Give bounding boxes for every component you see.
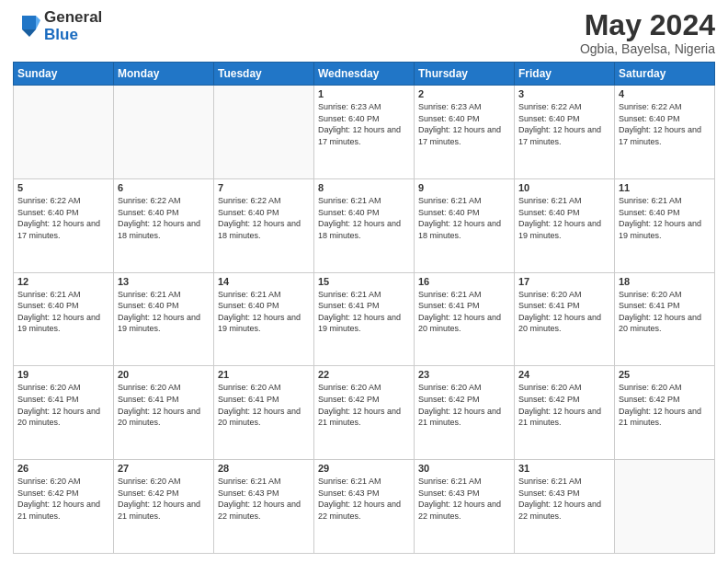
day-info: Sunrise: 6:21 AM Sunset: 6:40 PM Dayligh… <box>518 195 610 241</box>
day-info: Sunrise: 6:21 AM Sunset: 6:40 PM Dayligh… <box>418 195 510 241</box>
calendar-week-4: 26Sunrise: 6:20 AM Sunset: 6:42 PM Dayli… <box>14 460 715 554</box>
calendar-week-3: 19Sunrise: 6:20 AM Sunset: 6:41 PM Dayli… <box>14 366 715 460</box>
day-number: 24 <box>518 369 610 380</box>
logo-icon <box>13 11 40 39</box>
title-block: May 2024 Ogbia, Bayelsa, Nigeria <box>580 9 715 56</box>
day-info: Sunrise: 6:20 AM Sunset: 6:42 PM Dayligh… <box>418 382 510 428</box>
calendar-cell: 9Sunrise: 6:21 AM Sunset: 6:40 PM Daylig… <box>415 178 515 272</box>
day-number: 26 <box>17 463 109 474</box>
day-number: 30 <box>418 463 510 474</box>
weekday-header-sunday: Sunday <box>14 63 114 86</box>
day-info: Sunrise: 6:20 AM Sunset: 6:42 PM Dayligh… <box>518 382 610 428</box>
calendar-cell: 8Sunrise: 6:21 AM Sunset: 6:40 PM Daylig… <box>314 178 415 272</box>
calendar-cell: 15Sunrise: 6:21 AM Sunset: 6:41 PM Dayli… <box>314 272 415 366</box>
day-info: Sunrise: 6:21 AM Sunset: 6:43 PM Dayligh… <box>418 476 510 522</box>
day-number: 6 <box>118 182 210 193</box>
day-number: 29 <box>318 463 410 474</box>
day-number: 25 <box>619 369 711 380</box>
day-number: 31 <box>518 463 610 474</box>
calendar-cell: 29Sunrise: 6:21 AM Sunset: 6:43 PM Dayli… <box>314 460 415 554</box>
day-info: Sunrise: 6:21 AM Sunset: 6:41 PM Dayligh… <box>418 289 510 335</box>
day-number: 2 <box>418 88 510 99</box>
calendar-week-1: 5Sunrise: 6:22 AM Sunset: 6:40 PM Daylig… <box>14 178 715 272</box>
day-number: 14 <box>218 276 310 287</box>
day-info: Sunrise: 6:20 AM Sunset: 6:42 PM Dayligh… <box>318 382 410 428</box>
logo-general: General <box>44 9 102 27</box>
day-number: 18 <box>619 276 711 287</box>
day-number: 23 <box>418 369 510 380</box>
day-number: 8 <box>318 182 410 193</box>
calendar-cell <box>615 460 715 554</box>
day-info: Sunrise: 6:21 AM Sunset: 6:40 PM Dayligh… <box>318 195 410 241</box>
day-number: 7 <box>218 182 310 193</box>
calendar-cell: 16Sunrise: 6:21 AM Sunset: 6:41 PM Dayli… <box>415 272 515 366</box>
day-info: Sunrise: 6:22 AM Sunset: 6:40 PM Dayligh… <box>619 101 711 147</box>
weekday-header-saturday: Saturday <box>615 63 715 86</box>
day-number: 1 <box>318 88 410 99</box>
calendar-cell: 11Sunrise: 6:21 AM Sunset: 6:40 PM Dayli… <box>615 178 715 272</box>
day-info: Sunrise: 6:20 AM Sunset: 6:41 PM Dayligh… <box>518 289 610 335</box>
calendar-cell: 20Sunrise: 6:20 AM Sunset: 6:41 PM Dayli… <box>114 366 214 460</box>
svg-marker-1 <box>22 29 36 37</box>
day-info: Sunrise: 6:21 AM Sunset: 6:43 PM Dayligh… <box>318 476 410 522</box>
day-number: 16 <box>418 276 510 287</box>
day-number: 22 <box>318 369 410 380</box>
calendar-cell: 13Sunrise: 6:21 AM Sunset: 6:40 PM Dayli… <box>114 272 214 366</box>
calendar-cell: 4Sunrise: 6:22 AM Sunset: 6:40 PM Daylig… <box>615 86 715 179</box>
day-info: Sunrise: 6:22 AM Sunset: 6:40 PM Dayligh… <box>118 195 210 241</box>
day-info: Sunrise: 6:21 AM Sunset: 6:40 PM Dayligh… <box>118 289 210 335</box>
weekday-header-tuesday: Tuesday <box>214 63 314 86</box>
calendar-cell: 17Sunrise: 6:20 AM Sunset: 6:41 PM Dayli… <box>515 272 615 366</box>
calendar-cell: 3Sunrise: 6:22 AM Sunset: 6:40 PM Daylig… <box>515 86 615 179</box>
day-number: 28 <box>218 463 310 474</box>
calendar-cell: 25Sunrise: 6:20 AM Sunset: 6:42 PM Dayli… <box>615 366 715 460</box>
day-info: Sunrise: 6:22 AM Sunset: 6:40 PM Dayligh… <box>218 195 310 241</box>
day-info: Sunrise: 6:20 AM Sunset: 6:41 PM Dayligh… <box>17 382 109 428</box>
calendar-cell: 24Sunrise: 6:20 AM Sunset: 6:42 PM Dayli… <box>515 366 615 460</box>
day-number: 21 <box>218 369 310 380</box>
day-info: Sunrise: 6:20 AM Sunset: 6:42 PM Dayligh… <box>17 476 109 522</box>
day-number: 9 <box>418 182 510 193</box>
calendar-week-2: 12Sunrise: 6:21 AM Sunset: 6:40 PM Dayli… <box>14 272 715 366</box>
day-info: Sunrise: 6:20 AM Sunset: 6:41 PM Dayligh… <box>218 382 310 428</box>
logo-text: General Blue <box>44 9 102 43</box>
day-number: 4 <box>619 88 711 99</box>
logo-blue: Blue <box>44 27 102 44</box>
svg-marker-2 <box>36 16 40 29</box>
day-info: Sunrise: 6:20 AM Sunset: 6:41 PM Dayligh… <box>619 289 711 335</box>
calendar-cell: 10Sunrise: 6:21 AM Sunset: 6:40 PM Dayli… <box>515 178 615 272</box>
calendar-cell: 28Sunrise: 6:21 AM Sunset: 6:43 PM Dayli… <box>214 460 314 554</box>
day-number: 5 <box>17 182 109 193</box>
calendar-cell: 27Sunrise: 6:20 AM Sunset: 6:42 PM Dayli… <box>114 460 214 554</box>
day-number: 27 <box>118 463 210 474</box>
day-info: Sunrise: 6:23 AM Sunset: 6:40 PM Dayligh… <box>318 101 410 147</box>
calendar-cell: 23Sunrise: 6:20 AM Sunset: 6:42 PM Dayli… <box>415 366 515 460</box>
calendar-cell: 30Sunrise: 6:21 AM Sunset: 6:43 PM Dayli… <box>415 460 515 554</box>
day-info: Sunrise: 6:21 AM Sunset: 6:40 PM Dayligh… <box>619 195 711 241</box>
calendar-cell: 21Sunrise: 6:20 AM Sunset: 6:41 PM Dayli… <box>214 366 314 460</box>
calendar-table: SundayMondayTuesdayWednesdayThursdayFrid… <box>13 62 715 554</box>
calendar-cell: 12Sunrise: 6:21 AM Sunset: 6:40 PM Dayli… <box>14 272 114 366</box>
day-number: 12 <box>17 276 109 287</box>
calendar-cell <box>14 86 114 179</box>
calendar-cell: 1Sunrise: 6:23 AM Sunset: 6:40 PM Daylig… <box>314 86 415 179</box>
calendar-cell: 18Sunrise: 6:20 AM Sunset: 6:41 PM Dayli… <box>615 272 715 366</box>
day-info: Sunrise: 6:21 AM Sunset: 6:43 PM Dayligh… <box>218 476 310 522</box>
calendar-cell: 31Sunrise: 6:21 AM Sunset: 6:43 PM Dayli… <box>515 460 615 554</box>
day-number: 10 <box>518 182 610 193</box>
day-number: 11 <box>619 182 711 193</box>
calendar-cell <box>214 86 314 179</box>
day-info: Sunrise: 6:21 AM Sunset: 6:40 PM Dayligh… <box>218 289 310 335</box>
day-number: 13 <box>118 276 210 287</box>
day-info: Sunrise: 6:22 AM Sunset: 6:40 PM Dayligh… <box>518 101 610 147</box>
calendar-cell: 19Sunrise: 6:20 AM Sunset: 6:41 PM Dayli… <box>14 366 114 460</box>
page: General Blue May 2024 Ogbia, Bayelsa, Ni… <box>0 0 728 563</box>
weekday-header-thursday: Thursday <box>415 63 515 86</box>
calendar-cell: 5Sunrise: 6:22 AM Sunset: 6:40 PM Daylig… <box>14 178 114 272</box>
weekday-header-monday: Monday <box>114 63 214 86</box>
calendar-cell: 7Sunrise: 6:22 AM Sunset: 6:40 PM Daylig… <box>214 178 314 272</box>
weekday-header-wednesday: Wednesday <box>314 63 415 86</box>
day-number: 3 <box>518 88 610 99</box>
day-number: 20 <box>118 369 210 380</box>
calendar-cell: 2Sunrise: 6:23 AM Sunset: 6:40 PM Daylig… <box>415 86 515 179</box>
